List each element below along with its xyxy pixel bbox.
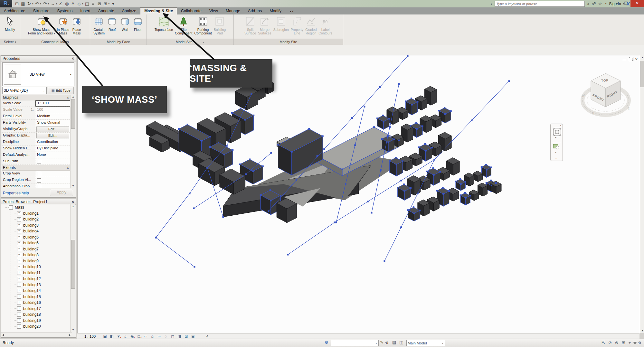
- save-icon[interactable]: ▦: [20, 0, 26, 7]
- apply-button[interactable]: Apply: [50, 189, 73, 196]
- close-button[interactable]: ✕: [630, 0, 644, 7]
- sync-with-central-icon[interactable]: ↻: [26, 0, 32, 7]
- tree-item-building11[interactable]: +building11: [1, 270, 70, 276]
- tree-item-building15[interactable]: +building15: [1, 294, 70, 300]
- toposurface-button[interactable]: Toposurface: [154, 15, 174, 32]
- place-mass-button[interactable]: PlaceMass: [71, 15, 83, 35]
- navbar-close-icon[interactable]: ✕: [559, 124, 562, 127]
- tree-expand-icon[interactable]: +: [17, 277, 21, 281]
- tab-systems[interactable]: Systems: [53, 8, 76, 14]
- tree-item-building20[interactable]: +building20: [1, 324, 70, 330]
- pin-toggle-icon[interactable]: ⊗: [615, 340, 619, 345]
- tree-item-building1[interactable]: +building1: [1, 211, 70, 217]
- tree-item-building5[interactable]: +building5: [1, 234, 70, 240]
- background-processes-icon[interactable]: ⊞: [622, 340, 625, 345]
- tab-massing-site[interactable]: Massing & Site: [140, 7, 177, 14]
- minimize-button[interactable]: –: [612, 0, 621, 7]
- sync-with-central-icon-caret[interactable]: ▾: [32, 3, 33, 5]
- tree-item-building12[interactable]: +building12: [1, 276, 70, 282]
- property-value[interactable]: Coordination: [35, 139, 70, 145]
- tab-modify[interactable]: Modify: [266, 8, 285, 14]
- tab-annotate[interactable]: Annotate: [94, 8, 118, 14]
- properties-help-link[interactable]: Properties help: [3, 191, 29, 195]
- tree-expand-icon[interactable]: +: [17, 306, 21, 311]
- section-extents[interactable]: Extents∧: [2, 165, 70, 171]
- wheel-caret-icon[interactable]: ▾: [555, 136, 556, 139]
- tree-expand-icon[interactable]: +: [17, 211, 21, 215]
- tree-expand-icon[interactable]: +: [17, 241, 21, 245]
- switch-windows-icon[interactable]: ⊞: [103, 0, 108, 7]
- ribbon-collapse-toggle[interactable]: ▴ ▾: [290, 10, 294, 14]
- modify-cursor-button[interactable]: Modify: [4, 15, 16, 32]
- project-browser-close-icon[interactable]: ×: [71, 199, 74, 204]
- combo-caret-icon[interactable]: ⌄: [43, 89, 45, 92]
- default-3d-view-icon[interactable]: ◇: [76, 0, 82, 7]
- sun-path-icon[interactable]: ◉✕: [130, 334, 134, 339]
- tree-item-building3[interactable]: +building3: [1, 222, 70, 229]
- design-options-edit-icon[interactable]: ◫: [399, 340, 403, 345]
- tab-insert[interactable]: Insert: [76, 8, 94, 14]
- switch-windows-icon-caret[interactable]: ▾: [109, 3, 110, 5]
- tree-expand-icon[interactable]: +: [17, 313, 21, 317]
- zoom-caret-icon[interactable]: ▾: [555, 151, 556, 154]
- tree-expand-icon[interactable]: +: [17, 301, 21, 305]
- viewcube[interactable]: W S E TOP FRONT RIGHT: [535, 62, 631, 142]
- tree-item-building8[interactable]: +building8: [1, 252, 70, 258]
- viewcube-east-label[interactable]: E: [628, 107, 630, 110]
- visual-style-icon[interactable]: ◧: [109, 334, 114, 339]
- site-component-button[interactable]: SiteComponent: [174, 15, 193, 35]
- tree-item-building13[interactable]: +building13: [1, 282, 70, 288]
- panel-label-select[interactable]: Select▾: [0, 39, 20, 45]
- worksharing-display-icon[interactable]: ⊡: [184, 334, 188, 339]
- tab-analyze[interactable]: Analyze: [118, 8, 140, 14]
- navigation-bar[interactable]: ✕ ▾ ▾ ○: [550, 124, 563, 161]
- active-workset-select[interactable]: ⌄: [331, 340, 379, 346]
- customize-qat-icon[interactable]: ▾: [110, 0, 116, 7]
- view-restore-icon[interactable]: [629, 58, 632, 61]
- tree-expand-icon[interactable]: +: [17, 217, 21, 221]
- worksets-icon[interactable]: ⚙: [325, 340, 328, 345]
- view-scale-button[interactable]: 1 : 100: [84, 334, 96, 338]
- sun-settings-icon[interactable]: ☀✕: [116, 334, 121, 339]
- communication-center-icon[interactable]: ☍: [592, 1, 596, 6]
- tree-expand-icon[interactable]: +: [17, 229, 21, 233]
- default-3d-view-icon-caret[interactable]: ▾: [82, 3, 83, 5]
- tab-view[interactable]: View: [205, 8, 222, 14]
- panel-label-conceptual-mass[interactable]: Conceptual Mass: [20, 39, 90, 45]
- section-icon[interactable]: ◫: [84, 0, 90, 7]
- type-selector[interactable]: 3D View ▾: [2, 62, 74, 86]
- reveal-constraints-icon[interactable]: ⊟: [191, 334, 195, 339]
- highlight-displacement-icon[interactable]: ◨: [177, 334, 182, 339]
- viewcube-south-label[interactable]: S: [592, 111, 594, 115]
- activate-dimensions-icon[interactable]: ⇱: [601, 340, 605, 345]
- tab-manage[interactable]: Manage: [222, 8, 244, 14]
- panel-label-model-site[interactable]: Model Site⌄: [147, 39, 233, 45]
- restore-button[interactable]: ❒: [621, 0, 630, 7]
- property-value[interactable]: 1 : 100: [35, 100, 70, 107]
- viewcube-west-label[interactable]: W: [582, 94, 585, 97]
- tree-item-building6[interactable]: +building6: [1, 240, 70, 246]
- panel-label-model-by-face[interactable]: Model by Face: [90, 39, 147, 45]
- properties-header[interactable]: Properties ×: [1, 56, 76, 61]
- tree-expand-icon[interactable]: +: [17, 223, 21, 227]
- tree-item-building14[interactable]: +building14: [1, 288, 70, 294]
- reveal-hidden-elements-icon[interactable]: ◌: [164, 334, 168, 339]
- show-rendering-dialog-icon[interactable]: ▣: [103, 334, 107, 339]
- tree-expand-icon[interactable]: +: [17, 271, 21, 275]
- edit-type-button[interactable]: ▦ Edit Type: [48, 87, 74, 94]
- tree-expand-icon[interactable]: +: [17, 253, 21, 257]
- temporary-hide-isolate-icon[interactable]: ∞: [157, 334, 161, 339]
- tree-expand-icon[interactable]: +: [17, 259, 21, 263]
- tree-expand-icon[interactable]: +: [17, 324, 21, 329]
- checkbox[interactable]: [37, 178, 41, 183]
- type-selector-caret-icon[interactable]: ▾: [70, 73, 71, 76]
- tree-expand-icon[interactable]: +: [17, 235, 21, 239]
- floor-button[interactable]: Floor: [132, 15, 144, 32]
- panel-label-modify-site[interactable]: Modify Site: [234, 39, 343, 45]
- tree-item-building19[interactable]: +building19: [1, 318, 70, 324]
- section-graphics[interactable]: Graphics∧: [2, 95, 70, 100]
- tree-item-building7[interactable]: +building7: [1, 246, 70, 252]
- checkbox[interactable]: [37, 185, 41, 188]
- thin-lines-icon[interactable]: ≡: [90, 0, 96, 7]
- shadows-icon[interactable]: ☼: [123, 334, 128, 339]
